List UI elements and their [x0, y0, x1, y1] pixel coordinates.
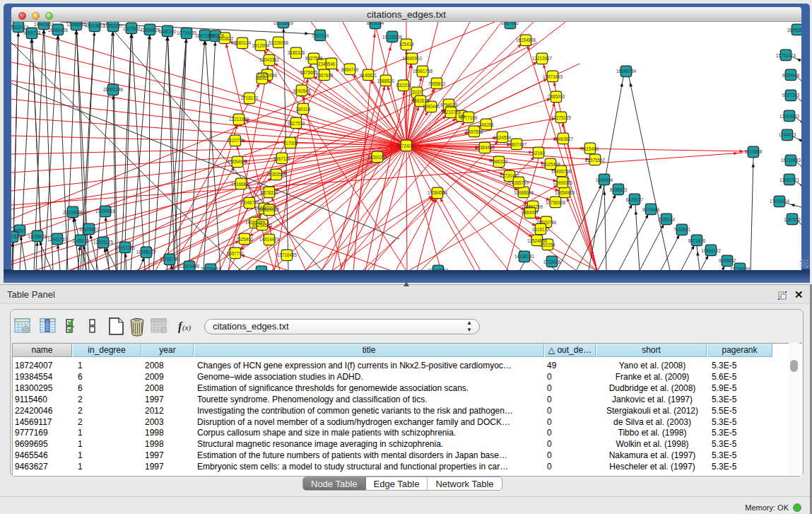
- svg-text:13692971: 13692971: [779, 177, 800, 182]
- svg-text:546: 546: [328, 62, 336, 66]
- svg-text:12505125: 12505125: [93, 240, 114, 245]
- svg-text:7485003: 7485003: [548, 94, 565, 99]
- svg-text:9146821: 9146821: [360, 73, 377, 78]
- svg-text:7357224: 7357224: [312, 33, 329, 38]
- svg-text:8471676: 8471676: [688, 238, 706, 243]
- svg-text:10958107: 10958107: [136, 250, 157, 255]
- svg-text:417006: 417006: [283, 141, 298, 146]
- svg-text:7632621: 7632621: [673, 227, 691, 232]
- svg-text:24942603: 24942603: [34, 22, 54, 27]
- svg-text:12275125: 12275125: [551, 115, 572, 120]
- svg-text:14520746: 14520746: [536, 220, 557, 225]
- svg-text:1610755: 1610755: [227, 138, 245, 143]
- svg-text:2367608: 2367608: [316, 73, 334, 78]
- svg-text:15720407: 15720407: [500, 173, 520, 178]
- svg-text:9245652: 9245652: [719, 258, 736, 263]
- svg-text:8215958: 8215958: [745, 149, 763, 154]
- svg-text:8267110: 8267110: [273, 156, 291, 161]
- svg-text:832203: 832203: [396, 83, 411, 88]
- svg-text:5875685: 5875685: [300, 70, 318, 75]
- svg-text:1624554: 1624554: [494, 135, 512, 140]
- svg-text:20364456: 20364456: [475, 145, 495, 150]
- svg-text:18640910: 18640910: [402, 56, 423, 61]
- svg-text:15751074: 15751074: [776, 53, 796, 58]
- svg-text:252254: 252254: [540, 243, 555, 247]
- svg-text:8660124: 8660124: [234, 40, 252, 45]
- svg-text:14914479: 14914479: [259, 237, 280, 242]
- svg-text:1733426: 1733426: [543, 259, 561, 264]
- svg-text:12942737: 12942737: [47, 237, 68, 242]
- svg-text:10025438: 10025438: [541, 162, 561, 167]
- svg-text:2037: 2037: [412, 90, 423, 95]
- svg-text:42868828: 42868828: [140, 28, 160, 33]
- svg-text:16154808: 16154808: [516, 37, 536, 42]
- svg-text:1167532: 1167532: [784, 217, 801, 222]
- svg-text:83197857: 83197857: [428, 268, 449, 270]
- svg-text:98961: 98961: [256, 76, 269, 81]
- svg-text:1990446: 1990446: [423, 104, 440, 109]
- svg-text:17016804: 17016804: [770, 199, 790, 204]
- svg-text:8938923: 8938923: [610, 187, 628, 192]
- svg-text:9329946: 9329946: [782, 73, 800, 78]
- svg-text:30975867: 30975867: [79, 227, 100, 232]
- svg-text:14136141: 14136141: [514, 254, 535, 259]
- svg-text:9474444: 9474444: [642, 207, 660, 212]
- svg-text:95822412: 95822412: [11, 25, 28, 30]
- svg-text:9115460: 9115460: [582, 146, 599, 151]
- svg-text:17957225: 17957225: [115, 245, 136, 250]
- svg-text:280314: 280314: [295, 107, 311, 112]
- svg-text:19166827: 19166827: [231, 182, 252, 187]
- svg-text:20691406: 20691406: [48, 28, 69, 33]
- svg-text:19218506: 19218506: [382, 35, 403, 40]
- svg-text:2345: 2345: [318, 62, 329, 66]
- svg-text:6466160: 6466160: [159, 29, 177, 34]
- svg-text:15716485: 15716485: [277, 252, 298, 257]
- svg-text:12213967: 12213967: [532, 56, 553, 61]
- svg-text:(x): (x): [182, 323, 192, 332]
- svg-text:10543362: 10543362: [259, 57, 280, 62]
- svg-text:7986322: 7986322: [490, 159, 508, 164]
- svg-text:28728463: 28728463: [201, 267, 221, 270]
- svg-text:62160: 62160: [532, 151, 545, 156]
- svg-text:19654985: 19654985: [228, 159, 248, 164]
- svg-text:18300295: 18300295: [367, 155, 388, 160]
- svg-text:15353584: 15353584: [266, 172, 287, 177]
- svg-text:9327508: 9327508: [305, 56, 323, 61]
- svg-text:13356886: 13356886: [66, 22, 87, 27]
- svg-text:10688609: 10688609: [514, 190, 534, 195]
- svg-text:10807487: 10807487: [507, 142, 527, 147]
- svg-text:1588520: 1588520: [377, 78, 395, 83]
- svg-text:10046786: 10046786: [240, 200, 260, 205]
- svg-text:7955812: 7955812: [428, 81, 446, 86]
- svg-text:19384554: 19384554: [428, 190, 448, 195]
- svg-text:53226058: 53226058: [269, 40, 289, 45]
- svg-text:8454749: 8454749: [341, 67, 359, 72]
- svg-text:23756669: 23756669: [730, 267, 751, 270]
- svg-text:14495788: 14495788: [551, 169, 572, 174]
- svg-text:66629388: 66629388: [259, 207, 280, 212]
- svg-text:10853287: 10853287: [103, 23, 124, 28]
- svg-text:2718170: 2718170: [241, 95, 259, 100]
- svg-text:21668732: 21668732: [252, 269, 272, 270]
- svg-text:9884067: 9884067: [522, 210, 539, 215]
- svg-text:16033809: 16033809: [273, 22, 294, 25]
- svg-text:8813054: 8813054: [367, 22, 384, 25]
- svg-text:20206536: 20206536: [63, 210, 83, 215]
- svg-text:9794028: 9794028: [440, 103, 458, 107]
- svg-text:9777169: 9777169: [460, 115, 478, 120]
- svg-text:746266: 746266: [478, 122, 494, 127]
- svg-text:39151: 39151: [11, 234, 19, 239]
- svg-text:9227343: 9227343: [782, 93, 800, 98]
- svg-text:1615172: 1615172: [532, 227, 550, 232]
- svg-text:39958838: 39958838: [787, 28, 801, 33]
- svg-text:9242848: 9242848: [293, 88, 311, 93]
- svg-text:125419: 125419: [399, 42, 414, 47]
- svg-text:1244413: 1244413: [779, 132, 796, 137]
- svg-text:16648784: 16648784: [616, 69, 637, 74]
- svg-text:14265799: 14265799: [509, 180, 529, 185]
- svg-text:16782759: 16782759: [160, 257, 180, 262]
- svg-text:7663822: 7663822: [216, 36, 234, 41]
- svg-text:7625402: 7625402: [236, 237, 254, 242]
- svg-text:46913810: 46913810: [85, 23, 105, 28]
- svg-text:1145131: 1145131: [72, 238, 90, 243]
